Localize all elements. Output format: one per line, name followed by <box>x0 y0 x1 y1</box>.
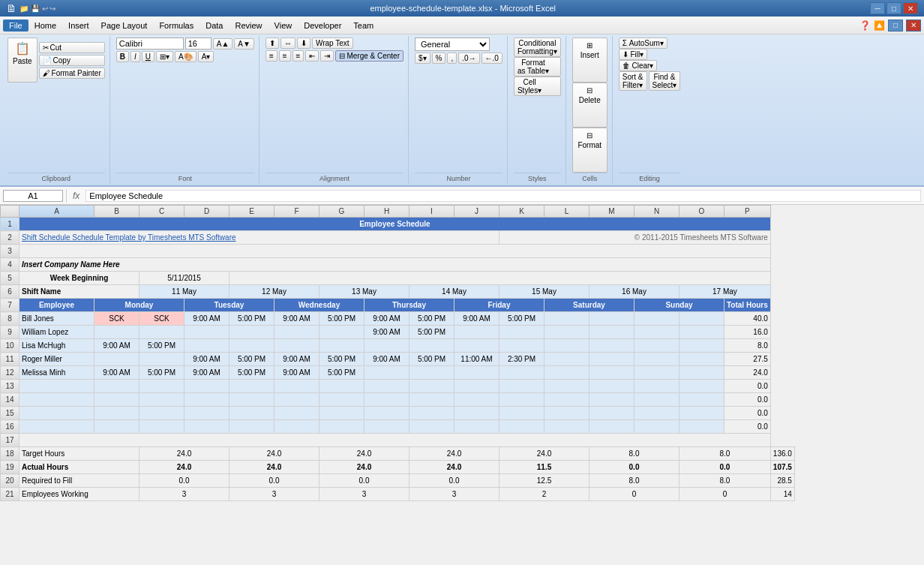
cell-E11[interactable]: 5:00 PM <box>230 353 274 366</box>
cell-A8[interactable]: Bill Jones <box>20 312 94 326</box>
cell-F12[interactable]: 9:00 AM <box>274 366 320 380</box>
col-header-K[interactable]: K <box>500 206 544 218</box>
copy-button[interactable]: 📄 Copy <box>39 55 105 66</box>
cell-P15[interactable]: 0.0 <box>724 407 771 420</box>
cell-E18[interactable]: 24.0 <box>230 447 320 461</box>
cell-F9[interactable] <box>274 326 320 339</box>
cell-E9[interactable] <box>230 326 274 339</box>
clear-button[interactable]: 🗑 Clear▾ <box>619 60 658 71</box>
cell-I19[interactable]: 24.0 <box>410 461 500 474</box>
cell-B11[interactable] <box>94 353 140 366</box>
cell-M12[interactable] <box>590 366 634 380</box>
cell-O18[interactable]: 8.0 <box>680 447 771 461</box>
cell-O11[interactable] <box>680 353 724 366</box>
underline-button[interactable]: U <box>142 51 154 62</box>
cell-A18[interactable]: Target Hours <box>20 447 140 461</box>
find-select-button[interactable]: Find &Select▾ <box>649 71 681 91</box>
cell-A5[interactable]: Week Beginning <box>20 272 140 285</box>
indent-dec-button[interactable]: ⇤ <box>305 50 319 62</box>
cell-K8[interactable]: 5:00 PM <box>500 312 544 326</box>
menu-review[interactable]: Review <box>229 20 268 32</box>
cell-P8[interactable]: 40.0 <box>724 312 771 326</box>
font-color-button[interactable]: A▾ <box>198 51 214 62</box>
cell-C9[interactable] <box>140 326 184 339</box>
cell-E6[interactable]: 12 May <box>230 285 320 299</box>
cell-H10[interactable] <box>364 339 410 353</box>
cell-E12[interactable]: 5:00 PM <box>230 366 274 380</box>
col-header-G[interactable]: G <box>320 206 364 218</box>
cell-M9[interactable] <box>590 326 634 339</box>
percent-button[interactable]: % <box>432 53 446 64</box>
cell-G8[interactable]: 5:00 PM <box>320 312 364 326</box>
cell-A10[interactable]: Lisa McHugh <box>20 339 94 353</box>
cell-F10[interactable] <box>274 339 320 353</box>
menu-view[interactable]: View <box>268 20 298 32</box>
cell-D11[interactable]: 9:00 AM <box>184 353 230 366</box>
align-middle-button[interactable]: ↔ <box>280 38 296 49</box>
minimize-ribbon-icon[interactable]: 🔼 <box>874 20 885 31</box>
minimize-button[interactable]: ─ <box>870 2 885 14</box>
restore-button[interactable]: □ <box>888 20 903 32</box>
cell-I8[interactable]: 5:00 PM <box>410 312 454 326</box>
cell-A6[interactable]: Shift Name <box>20 285 140 299</box>
cell-O21[interactable]: 0 <box>680 488 771 501</box>
col-header-M[interactable]: M <box>590 206 634 218</box>
cell-K19[interactable]: 11.5 <box>500 461 590 474</box>
cell-G19[interactable]: 24.0 <box>320 461 410 474</box>
cell-G6[interactable]: 13 May <box>320 285 410 299</box>
sort-filter-button[interactable]: Sort &Filter▾ <box>619 71 647 91</box>
cell-A2[interactable]: Shift Schedule Schedule Template by Time… <box>20 231 500 245</box>
cell-N7[interactable]: Sunday <box>634 299 724 312</box>
cell-K10[interactable] <box>500 339 544 353</box>
sheet-area[interactable]: A B C D E F G H I J K L M N O P <box>0 205 924 565</box>
cell-P20[interactable]: 28.5 <box>770 474 794 488</box>
cell-C19[interactable]: 24.0 <box>140 461 230 474</box>
cell-O20[interactable]: 8.0 <box>680 474 771 488</box>
paste-button[interactable]: 📋 Paste <box>8 38 38 83</box>
cell-P9[interactable]: 16.0 <box>724 326 771 339</box>
cell-I20[interactable]: 0.0 <box>410 474 500 488</box>
cell-P19[interactable]: 107.5 <box>770 461 794 474</box>
cell-I6[interactable]: 14 May <box>410 285 500 299</box>
cell-G21[interactable]: 3 <box>320 488 410 501</box>
align-bottom-button[interactable]: ⬇ <box>297 38 310 49</box>
col-header-I[interactable]: I <box>410 206 454 218</box>
app-close-button[interactable]: ✕ <box>906 20 921 32</box>
cell-E19[interactable]: 24.0 <box>230 461 320 474</box>
col-header-C[interactable]: C <box>140 206 184 218</box>
name-box[interactable] <box>3 190 63 202</box>
cell-A21[interactable]: Employees Working <box>20 488 140 501</box>
format-painter-button[interactable]: 🖌 Format Painter <box>39 68 105 79</box>
cell-P11[interactable]: 27.5 <box>724 353 771 366</box>
cell-F7[interactable]: Wednesday <box>274 299 364 312</box>
cell-M21[interactable]: 0 <box>590 488 680 501</box>
indent-inc-button[interactable]: ⇥ <box>320 50 334 62</box>
align-left-button[interactable]: ≡ <box>266 50 278 62</box>
cell-D9[interactable] <box>184 326 230 339</box>
cell-K6[interactable]: 15 May <box>500 285 590 299</box>
help-icon[interactable]: ❓ <box>860 20 871 31</box>
cell-M19[interactable]: 0.0 <box>590 461 680 474</box>
col-header-D[interactable]: D <box>184 206 230 218</box>
cell-row3[interactable] <box>20 245 771 258</box>
cell-A13[interactable] <box>20 380 94 393</box>
cell-H11[interactable]: 9:00 AM <box>364 353 410 366</box>
cell-G18[interactable]: 24.0 <box>320 447 410 461</box>
cell-B8[interactable]: SCK <box>94 312 140 326</box>
cell-G10[interactable] <box>320 339 364 353</box>
cell-A12[interactable]: Melissa Minh <box>20 366 94 380</box>
cell-O19[interactable]: 0.0 <box>680 461 771 474</box>
cell-O10[interactable] <box>680 339 724 353</box>
cell-J7[interactable]: Friday <box>454 299 544 312</box>
cell-D12[interactable]: 9:00 AM <box>184 366 230 380</box>
menu-home[interactable]: Home <box>28 20 62 32</box>
cell-J12[interactable] <box>454 366 500 380</box>
align-top-button[interactable]: ⬆ <box>266 38 279 49</box>
cell-I10[interactable] <box>410 339 454 353</box>
cell-N8[interactable] <box>634 312 680 326</box>
col-header-H[interactable]: H <box>364 206 410 218</box>
insert-button[interactable]: ⊞ Insert <box>572 38 608 83</box>
col-header-J[interactable]: J <box>454 206 500 218</box>
cell-C21[interactable]: 3 <box>140 488 230 501</box>
cell-G11[interactable]: 5:00 PM <box>320 353 364 366</box>
